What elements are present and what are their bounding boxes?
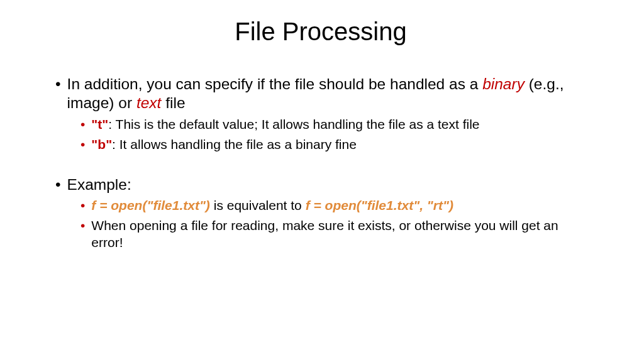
bullet-marker: • [80, 217, 85, 251]
slide-body: • In addition, you can specify if the fi… [55, 75, 586, 251]
bullet-text: Example: [67, 175, 586, 194]
bullet-marker: • [80, 136, 85, 153]
bullet-marker: • [55, 175, 61, 194]
bullet-level1: • In addition, you can specify if the fi… [55, 75, 586, 112]
bullet-text: In addition, you can specify if the file… [67, 75, 586, 112]
mode-b: "b" [91, 137, 112, 151]
mode-t: "t" [91, 117, 108, 131]
bullet-level2: • f = open("file1.txt") is equivalent to… [80, 197, 586, 214]
slide-title: File Processing [55, 18, 586, 46]
code-open-rt: f = open("file1.txt", "rt") [306, 198, 453, 212]
bullet-marker: • [80, 197, 85, 214]
bullet-level1: • Example: [55, 175, 586, 194]
bullet-text: When opening a file for reading, make su… [91, 217, 586, 251]
bullet-text: "b": It allows handling the file as a bi… [91, 136, 586, 153]
bullet-text: "t": This is the default value; It allow… [91, 116, 586, 133]
bullet-level2: • "t": This is the default value; It all… [80, 116, 586, 133]
bullet-marker: • [55, 75, 61, 112]
keyword-binary: binary [482, 75, 525, 92]
bullet-text: f = open("file1.txt") is equivalent to f… [91, 197, 586, 214]
keyword-text: text [136, 94, 162, 111]
code-open-default: f = open("file1.txt") [91, 198, 210, 212]
bullet-level2: • When opening a file for reading, make … [80, 217, 586, 251]
bullet-level2: • "b": It allows handling the file as a … [80, 136, 586, 153]
bullet-marker: • [80, 116, 85, 133]
